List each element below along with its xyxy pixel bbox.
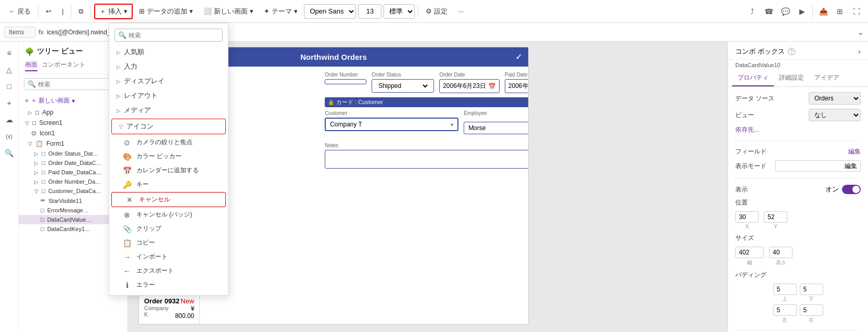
share-button[interactable]: ⤴ <box>745 4 759 19</box>
y-input[interactable] <box>764 211 787 223</box>
arrow-display: ▷ <box>117 79 121 84</box>
phone-button[interactable]: ☎ <box>761 4 776 19</box>
data-add-button[interactable]: ⊞ データの追加 ▾ <box>135 5 197 18</box>
help-icon: ? <box>788 48 795 55</box>
dependency-link[interactable]: 依存先... <box>735 125 759 134</box>
dropdown-item-key[interactable]: 🔑 キー <box>109 177 228 191</box>
tab-property[interactable]: プロパティ <box>732 70 774 86</box>
dropdown-layout[interactable]: ▷ レイアウト <box>109 88 228 103</box>
dropdown-popular[interactable]: ▷ 人気順 <box>109 45 228 59</box>
settings-button[interactable]: ⚙ 設定 <box>422 5 452 18</box>
font-size-input[interactable] <box>358 4 381 19</box>
data-source-select[interactable]: Orders <box>809 92 861 105</box>
dropdown-item-error[interactable]: ℹ エラー <box>109 278 228 292</box>
dropdown-item-camera[interactable]: ⊙ カメラの絞りと焦点 <box>109 135 228 149</box>
prop-position-inputs: X Y <box>735 211 861 229</box>
arrow-0932: › <box>193 304 195 313</box>
dropdown-item-cancel-badge[interactable]: ⊗ キャンセル (バッジ) <box>109 208 228 222</box>
tab-screen[interactable]: 画面 <box>25 59 37 71</box>
dropdown-media[interactable]: ▷ メディア <box>109 103 228 118</box>
os-icon: □ <box>42 150 45 157</box>
style-select[interactable]: 標準 <box>384 4 415 19</box>
screen-strip-icon[interactable]: □ <box>2 79 17 94</box>
dropdown-item-color[interactable]: 🎨 カラー ピッカー <box>109 149 228 163</box>
padding-top-input[interactable] <box>773 284 797 295</box>
dropdown-item-calendar[interactable]: 📅 カレンダーに追加する <box>109 163 228 177</box>
play-button[interactable]: ▶ <box>795 4 809 19</box>
triangle-icon[interactable]: △ <box>2 62 17 77</box>
tab-idea[interactable]: アイデア <box>809 70 845 86</box>
dropdown-icon[interactable]: ▽ アイコン <box>111 119 226 134</box>
height-input[interactable] <box>769 247 793 258</box>
x-input[interactable] <box>735 211 759 223</box>
visible-toggle[interactable] <box>842 185 861 194</box>
search-icon: 🔍 <box>28 80 36 88</box>
redo-button[interactable]: | <box>58 5 68 17</box>
insert-button[interactable]: ＋ 挿入 ▾ <box>94 4 133 19</box>
dropdown-item-copy[interactable]: 📋 コピー <box>109 236 228 250</box>
toggle-knob <box>852 186 860 193</box>
prop-view: ビュー なし <box>735 109 861 121</box>
dropdown-item-clip[interactable]: 📎 クリップ <box>109 222 228 236</box>
divider-3 <box>91 5 91 18</box>
toggle-icon-form1: ▽ <box>28 141 32 147</box>
more-button[interactable]: ··· <box>454 5 468 17</box>
order-status-value[interactable]: Shipped <box>372 79 434 93</box>
export-button[interactable]: 📤 <box>816 4 831 19</box>
sidebar-search-input[interactable] <box>38 81 119 88</box>
padding-left-input[interactable] <box>773 304 797 316</box>
share-icon: ⤴ <box>750 7 754 16</box>
field-link[interactable]: 編集 <box>848 147 861 156</box>
tab-component[interactable]: コンポーネント <box>42 59 85 71</box>
expand-icon: ⛶ <box>853 7 860 16</box>
employee-value[interactable]: ▾ <box>464 122 529 134</box>
variable-icon[interactable]: (x) <box>2 129 17 144</box>
dropdown-item-export[interactable]: ← エクスポート <box>109 264 228 278</box>
prop-size-inputs: 幅 高さ <box>735 247 861 266</box>
dropdown-item-import[interactable]: → インポート <box>109 250 228 264</box>
padding-bottom-input[interactable] <box>800 284 823 295</box>
new-screen-button[interactable]: ⬜ 新しい画面 ▾ <box>199 5 258 18</box>
display-mode-input[interactable] <box>775 160 861 172</box>
copy-button[interactable]: ⧉ <box>74 5 87 18</box>
field-paid-date: Paid Date 2006年6月23日 📅 <box>505 72 529 93</box>
plus-strip-icon[interactable]: + <box>2 96 17 110</box>
theme-button[interactable]: ✦ テーマ ▾ <box>260 5 302 18</box>
dropdown-input[interactable]: ▷ 入力 <box>109 59 228 74</box>
customer-input[interactable] <box>330 121 449 128</box>
dropdown-search-input[interactable] <box>129 32 219 39</box>
paid-date-field[interactable]: 2006年6月23日 📅 <box>505 79 529 93</box>
copy-icon: ⧉ <box>79 7 83 16</box>
customer-value[interactable]: ▾ <box>325 118 458 131</box>
padding-right-input[interactable] <box>800 304 823 316</box>
chat-button[interactable]: 💬 <box>778 4 793 19</box>
order-status-select[interactable]: Shipped <box>376 82 429 90</box>
toggle-icon-pd: ▷ <box>34 170 39 175</box>
prop-padding-inputs: 上 下 左 右 <box>735 284 861 324</box>
search-strip-icon[interactable]: 🔍 <box>2 146 17 160</box>
od-icon: □ <box>42 160 45 166</box>
back-button[interactable]: ← 戻る <box>4 5 35 18</box>
undo-button[interactable]: ↩ <box>42 5 56 17</box>
order-date-field[interactable]: 2006年6月23日 📅 <box>439 79 500 93</box>
cloud-icon[interactable]: ☁ <box>2 112 17 127</box>
close-panel-button[interactable]: › <box>858 47 861 56</box>
formula-expand-icon[interactable]: ⌄ <box>857 27 864 37</box>
expand-button[interactable]: ⛶ <box>849 4 864 19</box>
settings-icon: ⚙ <box>426 7 432 15</box>
width-input[interactable] <box>735 247 764 258</box>
employee-input[interactable] <box>468 124 529 132</box>
dropdown-display[interactable]: ▷ ディスプレイ <box>109 74 228 88</box>
layout-toggle-button[interactable]: ⊞ <box>833 4 847 19</box>
font-select[interactable]: Open Sans <box>304 4 356 19</box>
tab-advanced[interactable]: 詳細設定 <box>774 70 809 86</box>
dcv-icon: □ <box>41 216 44 223</box>
prop-position-label: 位置 <box>735 198 861 207</box>
prop-divider-3 <box>735 330 861 330</box>
hamburger-icon[interactable]: ≡ <box>2 46 17 60</box>
order-item-0932[interactable]: Order 0932 New Company K ¥ 800.00 › <box>139 293 199 324</box>
notes-area[interactable] <box>325 150 529 169</box>
dropdown-item-cancel[interactable]: ✕ キャンセル <box>111 192 226 207</box>
view-select[interactable]: なし <box>809 109 861 121</box>
calendar-add-icon: 📅 <box>122 167 132 175</box>
